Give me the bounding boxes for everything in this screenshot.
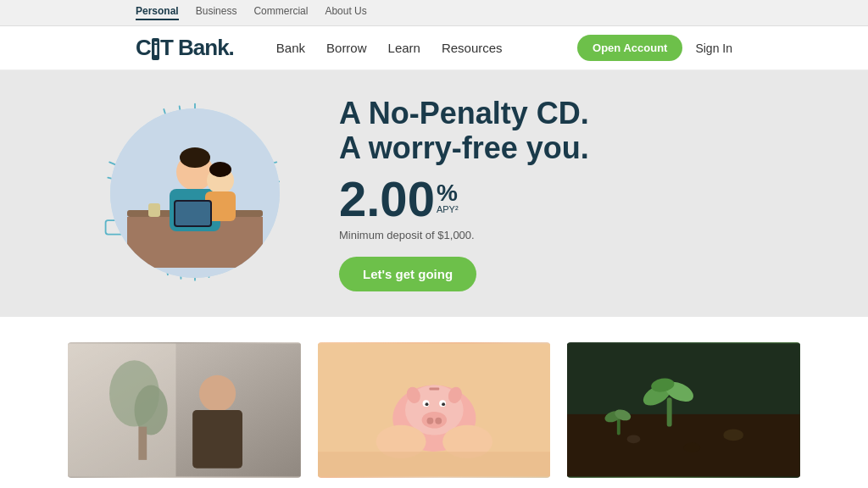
- svg-point-34: [199, 375, 236, 412]
- svg-point-45: [425, 402, 428, 406]
- cards-section: Flexible Solution Savings goals set? Mak…: [0, 317, 868, 488]
- svg-point-64: [684, 442, 701, 452]
- card-shortterm: Short-term Solution All work and no play…: [318, 342, 551, 488]
- hero-cta-button[interactable]: Let's get going: [339, 257, 476, 291]
- svg-point-46: [442, 402, 445, 406]
- svg-point-26: [180, 147, 210, 168]
- svg-point-41: [426, 418, 433, 424]
- svg-rect-55: [567, 343, 800, 413]
- svg-rect-51: [429, 387, 439, 390]
- svg-point-42: [435, 418, 442, 424]
- open-account-button[interactable]: Open Account: [577, 35, 682, 61]
- hero-text: A No-Penalty CD. A worry-free you. 2.00 …: [339, 96, 766, 291]
- card-image-longterm: [567, 342, 800, 478]
- svg-point-63: [627, 435, 641, 443]
- top-nav-business[interactable]: Business: [196, 5, 237, 20]
- nav-learn[interactable]: Learn: [388, 41, 420, 55]
- hero-heading: A No-Penalty CD. A worry-free you.: [339, 96, 766, 166]
- svg-rect-28: [148, 203, 160, 217]
- nav-bank[interactable]: Bank: [276, 41, 305, 55]
- hero-photo: [110, 108, 280, 278]
- svg-rect-36: [68, 343, 176, 476]
- card-image-flexible: [68, 342, 301, 478]
- svg-rect-54: [567, 410, 800, 476]
- rate-apy: APY²: [437, 205, 459, 214]
- top-nav-personal[interactable]: Personal: [136, 5, 179, 20]
- top-nav-commercial[interactable]: Commercial: [253, 5, 308, 20]
- svg-rect-35: [192, 410, 242, 469]
- logo[interactable]: CiT Bank.: [136, 35, 234, 61]
- svg-rect-60: [617, 419, 620, 435]
- sign-in-button[interactable]: Sign In: [695, 42, 732, 55]
- svg-point-27: [209, 162, 231, 177]
- svg-rect-52: [318, 452, 551, 476]
- nav-actions: Open Account Sign In: [577, 35, 732, 61]
- hero-rate: 2.00 % APY²: [339, 175, 766, 224]
- rate-percent: %: [437, 181, 459, 205]
- main-nav: CiT Bank. Bank Borrow Learn Resources Op…: [0, 26, 868, 70]
- rate-number: 2.00: [339, 175, 435, 224]
- hero-section: A No-Penalty CD. A worry-free you. 2.00 …: [0, 70, 868, 317]
- top-nav-about[interactable]: About Us: [325, 5, 366, 20]
- card-flexible: Flexible Solution Savings goals set? Mak…: [68, 342, 301, 488]
- hero-image-wrap: [102, 100, 288, 286]
- logo-text: CiT Bank.: [136, 35, 234, 61]
- svg-point-65: [724, 429, 744, 441]
- top-bar: Personal Business Commercial About Us: [0, 0, 868, 26]
- hero-min-deposit: Minimum deposit of $1,000.: [339, 229, 766, 241]
- svg-rect-25: [175, 202, 210, 225]
- nav-borrow[interactable]: Borrow: [326, 41, 367, 55]
- card-longterm: Long-term Solution Home sweet home. Star…: [567, 342, 800, 488]
- nav-links: Bank Borrow Learn Resources: [276, 41, 552, 55]
- svg-point-40: [421, 412, 446, 429]
- svg-rect-56: [667, 397, 672, 426]
- rate-suffix: % APY²: [437, 181, 459, 214]
- nav-resources[interactable]: Resources: [442, 41, 503, 55]
- card-image-shortterm: [318, 342, 551, 478]
